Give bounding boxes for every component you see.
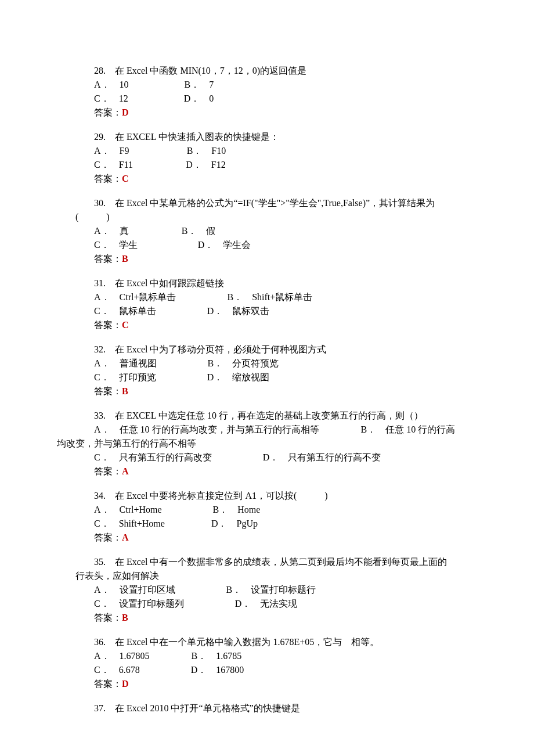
- answer-label: 答案：: [94, 613, 122, 622]
- answer-line: 答案：A: [75, 531, 459, 545]
- question-text: 32. 在 Excel 中为了移动分页符，必须处于何种视图方式: [75, 343, 459, 357]
- answer-value: A: [122, 466, 129, 476]
- option-a-label: A．: [94, 651, 110, 661]
- option-b-label: B．: [182, 226, 197, 236]
- answer-line: 答案：D: [75, 106, 459, 120]
- option-a: 真: [120, 226, 129, 236]
- option-d-label: D．: [191, 665, 207, 675]
- option-b-label: B．: [227, 292, 243, 302]
- answer-line: 答案：C: [75, 172, 459, 186]
- option-b-label: B．: [226, 585, 242, 595]
- question-text-line1: 30. 在 Excel 中某单元格的公式为“=IF("学生">"学生会",Tru…: [75, 196, 459, 210]
- option-a: 任意 10 行的行高均改变，并与第五行的行高相等: [120, 424, 319, 434]
- answer-line: 答案：A: [75, 465, 459, 478]
- options-row-2: C． 打印预览 D． 缩放视图: [75, 370, 459, 384]
- answer-value: C: [122, 174, 129, 183]
- question-number: 37.: [94, 703, 106, 713]
- answer-value: D: [122, 107, 129, 117]
- options-row-2: C． 鼠标单击 D． 鼠标双击: [75, 304, 459, 318]
- question-body: 在 Excel 中如何跟踪超链接: [115, 278, 224, 288]
- option-b: F10: [211, 146, 226, 156]
- option-d-label: D．: [207, 372, 223, 382]
- option-c: 鼠标单击: [119, 306, 156, 316]
- option-b: 设置打印标题行: [251, 585, 316, 595]
- answer-label: 答案：: [94, 174, 122, 183]
- option-c-label: C．: [94, 240, 110, 250]
- option-b-label: B．: [361, 424, 377, 434]
- option-d-label: D．: [263, 452, 279, 462]
- option-c-label: C．: [94, 665, 110, 675]
- option-b: Home: [237, 505, 260, 514]
- question-number: 35.: [94, 557, 106, 567]
- option-a-label: A．: [94, 505, 110, 514]
- option-b-label: B．: [187, 146, 203, 156]
- question-34: 34. 在 Excel 中要将光标直接定位到 A1，可以按( ) A． Ctrl…: [75, 489, 459, 545]
- option-b: Shift+鼠标单击: [252, 292, 312, 302]
- option-a-label: A．: [94, 146, 110, 156]
- option-d-label: D．: [186, 160, 202, 170]
- options-row-1: A． 10 B． 7: [75, 78, 459, 92]
- answer-value: B: [122, 386, 128, 396]
- options-row-2: C． F11 D． F12: [75, 158, 459, 172]
- option-c: 设置打印标题列: [119, 599, 184, 609]
- question-text-line2: 行表头，应如何解决: [75, 569, 459, 583]
- option-a-label: A．: [94, 226, 110, 236]
- option-d: 只有第五行的行高不变: [288, 452, 381, 462]
- option-a-label: A．: [94, 424, 110, 434]
- question-36: 36. 在 Excel 中在一个单元格中输入数据为 1.678E+05，它与 相…: [75, 635, 459, 691]
- option-d-label: D．: [198, 240, 214, 250]
- question-body: 在 EXCEL 中选定任意 10 行，再在选定的基础上改变第五行的行高，则（）: [115, 411, 423, 420]
- question-32: 32. 在 Excel 中为了移动分页符，必须处于何种视图方式 A． 普通视图 …: [75, 343, 459, 398]
- answer-line: 答案：D: [75, 677, 459, 691]
- question-31: 31. 在 Excel 中如何跟踪超链接 A． Ctrl+鼠标单击 B． Shi…: [75, 276, 459, 332]
- answer-label: 答案：: [94, 107, 122, 117]
- option-b: 分页符预览: [232, 358, 279, 368]
- question-body: 在 Excel 中在一个单元格中输入数据为 1.678E+05，它与 相等。: [115, 637, 379, 647]
- option-a-label: A．: [94, 358, 110, 368]
- option-d: F12: [211, 160, 226, 170]
- answer-label: 答案：: [94, 532, 122, 542]
- option-b: 7: [209, 80, 214, 89]
- option-d: 无法实现: [260, 599, 297, 609]
- option-c: 打印预览: [119, 372, 156, 382]
- option-d-label: D．: [207, 306, 223, 316]
- answer-label: 答案：: [94, 466, 122, 476]
- option-d: 167800: [216, 665, 244, 675]
- option-d-label: D．: [184, 93, 200, 103]
- option-c: F11: [119, 160, 133, 170]
- option-a: 普通视图: [120, 358, 157, 368]
- option-d: PgUp: [236, 519, 257, 528]
- question-number: 32.: [94, 344, 106, 354]
- answer-label: 答案：: [94, 679, 122, 689]
- question-text: 37. 在 Excel 2010 中打开“单元格格式”的快捷键是: [75, 701, 459, 715]
- options-row-1: A． Ctrl+Home B． Home: [75, 503, 459, 517]
- option-c-label: C．: [94, 160, 110, 170]
- question-33: 33. 在 EXCEL 中选定任意 10 行，再在选定的基础上改变第五行的行高，…: [75, 409, 459, 478]
- option-a: Ctrl+Home: [120, 505, 162, 514]
- question-body: 在 Excel 中为了移动分页符，必须处于何种视图方式: [115, 344, 326, 354]
- option-c-label: C．: [94, 599, 110, 609]
- option-b-wrap: 均改变，并与第五行的行高不相等: [57, 438, 196, 448]
- question-35: 35. 在 Excel 中有一个数据非常多的成绩表，从第二页到最后均不能看到每页…: [75, 555, 459, 625]
- option-c: 只有第五行的行高改变: [119, 452, 212, 462]
- question-number: 34.: [94, 491, 106, 501]
- answer-label: 答案：: [94, 386, 122, 396]
- question-body: 在 Excel 中函数 MIN(10，7，12，0)的返回值是: [115, 66, 306, 75]
- question-37: 37. 在 Excel 2010 中打开“单元格格式”的快捷键是: [75, 701, 459, 715]
- options-row-1: A． Ctrl+鼠标单击 B． Shift+鼠标单击: [75, 290, 459, 304]
- answer-line: 答案：C: [75, 318, 459, 332]
- option-a-label: A．: [94, 292, 110, 302]
- option-a: Ctrl+鼠标单击: [120, 292, 176, 302]
- question-body-suffix: ( ): [75, 212, 110, 222]
- option-b-label: B．: [208, 358, 223, 368]
- question-29: 29. 在 EXCEL 中快速插入图表的快捷键是： A． F9 B． F10 C…: [75, 130, 459, 186]
- question-28: 28. 在 Excel 中函数 MIN(10，7，12，0)的返回值是 A． 1…: [75, 64, 459, 120]
- option-a: 10: [120, 80, 129, 89]
- option-d-label: D．: [211, 519, 228, 528]
- question-number: 29.: [94, 132, 106, 142]
- option-a: F9: [120, 146, 129, 156]
- question-body-suffix: 行表头，应如何解决: [75, 571, 159, 581]
- options-row-1: A． 真 B． 假: [75, 224, 459, 238]
- question-text: 28. 在 Excel 中函数 MIN(10，7，12，0)的返回值是: [75, 64, 459, 78]
- question-number: 30.: [94, 198, 106, 208]
